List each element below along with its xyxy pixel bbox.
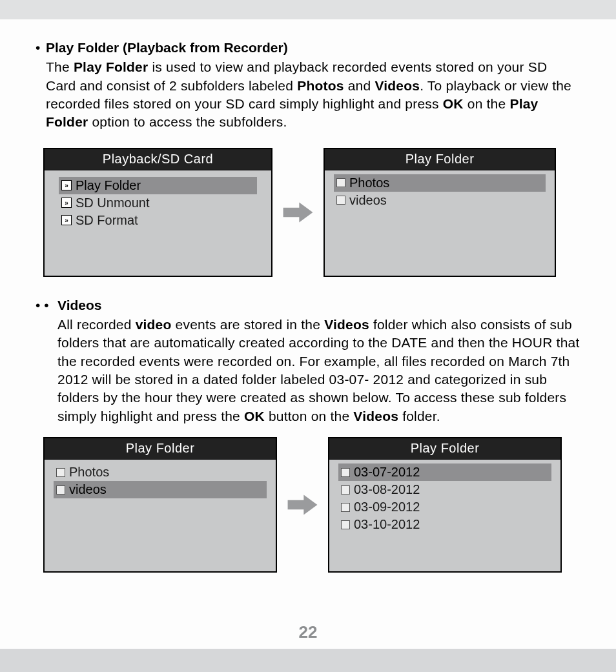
figure2-left-list: Photosvideos [45, 460, 276, 502]
document-icon [56, 468, 65, 477]
figure1-left-panel: Playback/SD Card »Play Folder»SD Unmount… [43, 148, 272, 277]
svg-marker-1 [288, 495, 318, 515]
list-item-label: 03-08-2012 [354, 482, 420, 497]
figure2-row: Play Folder Photosvideos Play Folder 03-… [43, 437, 580, 573]
arrow-right-icon [280, 196, 316, 229]
figure2-left-panel: Play Folder Photosvideos [43, 437, 277, 573]
figure2-left-title: Play Folder [45, 438, 276, 460]
list-item: 03-08-2012 [338, 481, 551, 498]
figure2-right-list: 03-07-201203-08-201203-09-201203-10-2012 [329, 460, 560, 537]
section1-heading: Play Folder (Playback from Recorder) [46, 39, 288, 57]
list-item-label: SD Unmount [76, 196, 150, 210]
bullet-icon-double: • • [36, 296, 57, 314]
list-item-label: Play Folder [76, 178, 141, 193]
figure2-right-panel: Play Folder 03-07-201203-08-201203-09-20… [328, 437, 562, 573]
list-item: Photos [334, 174, 546, 192]
list-item: 03-09-2012 [338, 498, 551, 516]
list-item: 03-07-2012 [338, 463, 551, 481]
section2-heading: Videos [57, 296, 101, 314]
document-icon [341, 485, 350, 494]
list-item: »SD Format [59, 212, 257, 229]
document-icon [341, 503, 350, 512]
arrow-icon: » [61, 198, 72, 208]
arrow-icon: » [61, 215, 72, 225]
arrow-icon: » [61, 180, 72, 190]
section2-heading-row: • • Videos [36, 296, 580, 314]
list-item: videos [334, 192, 546, 209]
top-strip [0, 0, 616, 19]
list-item: 03-10-2012 [338, 516, 551, 533]
list-item-label: SD Format [76, 213, 138, 228]
document-icon [341, 468, 350, 477]
bottom-strip [0, 649, 616, 672]
document-icon [56, 485, 65, 494]
list-item-label: Photos [349, 176, 389, 190]
list-item-label: videos [69, 482, 107, 497]
bullet-icon: • [36, 39, 46, 57]
list-item: Photos [54, 463, 267, 481]
figure1-right-list: Photosvideos [325, 170, 555, 213]
figure1-row: Playback/SD Card »Play Folder»SD Unmount… [43, 148, 580, 277]
list-item: »Play Folder [59, 177, 257, 194]
figure1-right-title: Play Folder [325, 149, 555, 170]
figure1-left-list: »Play Folder»SD Unmount»SD Format [45, 170, 271, 236]
figure1-right-panel: Play Folder Photosvideos [323, 148, 556, 277]
svg-marker-0 [283, 202, 313, 222]
list-item: videos [54, 481, 267, 498]
section1-heading-row: • Play Folder (Playback from Recorder) [36, 39, 580, 57]
list-item-label: 03-10-2012 [354, 517, 420, 532]
manual-page: • Play Folder (Playback from Recorder) T… [0, 0, 616, 649]
list-item-label: videos [349, 193, 387, 208]
figure2-right-title: Play Folder [329, 438, 560, 460]
list-item-label: 03-07-2012 [354, 465, 420, 480]
list-item: »SD Unmount [59, 194, 257, 212]
section1-body: The Play Folder is used to view and play… [36, 58, 580, 131]
page-content: • Play Folder (Playback from Recorder) T… [0, 19, 616, 573]
document-icon [336, 196, 345, 205]
page-number: 22 [0, 622, 616, 642]
figure1-left-title: Playback/SD Card [45, 149, 271, 170]
list-item-label: Photos [69, 465, 109, 480]
arrow-right-icon [285, 489, 320, 521]
section2-body: All recorded video events are stored in … [36, 316, 580, 425]
document-icon [341, 520, 350, 529]
list-item-label: 03-09-2012 [354, 500, 420, 514]
document-icon [336, 178, 345, 187]
